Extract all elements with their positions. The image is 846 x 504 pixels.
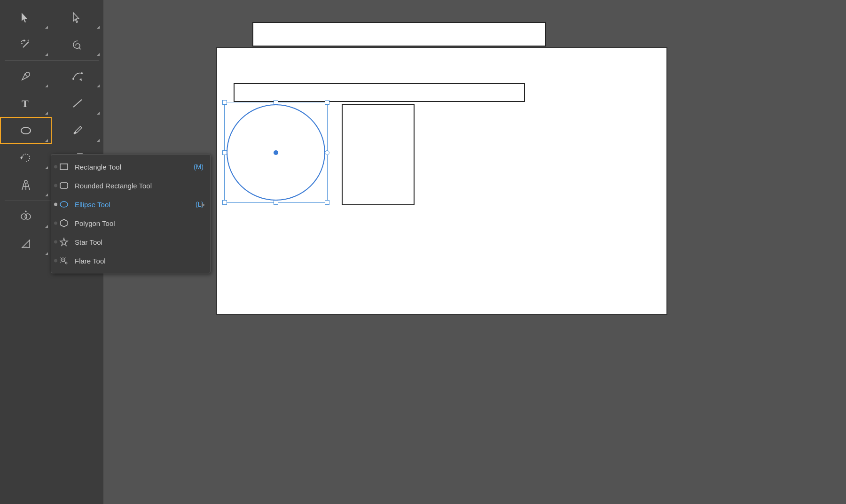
submenu-indicator bbox=[97, 53, 100, 56]
selection-tool-button[interactable] bbox=[0, 4, 52, 31]
ellipse-tool-label: Ellipse Tool bbox=[75, 201, 196, 209]
svg-marker-1 bbox=[73, 13, 79, 23]
submenu-indicator bbox=[45, 252, 48, 255]
submenu-indicator bbox=[45, 166, 48, 169]
ellipse-icon bbox=[58, 198, 70, 210]
svg-line-46 bbox=[60, 257, 61, 258]
rounded-rectangle-tool-menu-item[interactable]: Rounded Rectangle Tool bbox=[51, 176, 210, 195]
svg-line-5 bbox=[28, 40, 29, 41]
svg-text:✦: ✦ bbox=[22, 38, 26, 43]
svg-marker-41 bbox=[60, 238, 68, 246]
flare-tool-label: Flare Tool bbox=[75, 257, 204, 265]
handle-bottom-right[interactable] bbox=[325, 200, 329, 205]
curvature-tool-button[interactable] bbox=[52, 62, 103, 90]
paintbrush-tool-button[interactable] bbox=[52, 117, 103, 144]
submenu-indicator bbox=[45, 139, 48, 142]
handle-bottom-center[interactable] bbox=[274, 200, 278, 205]
rounded-rectangle-tool-label: Rounded Rectangle Tool bbox=[75, 182, 204, 190]
rectangle-tool-menu-item[interactable]: Rectangle Tool (M) bbox=[51, 157, 210, 176]
slice-tool-button[interactable]: ··· bbox=[0, 230, 52, 257]
ellipse-shape-selected[interactable] bbox=[224, 102, 328, 203]
svg-rect-38 bbox=[60, 183, 68, 188]
rounded-rectangle-icon bbox=[58, 179, 70, 192]
handle-bottom-left[interactable] bbox=[222, 200, 227, 205]
submenu-indicator bbox=[97, 112, 100, 115]
svg-rect-37 bbox=[60, 164, 68, 170]
star-tool-label: Star Tool bbox=[75, 238, 204, 246]
submenu-indicator bbox=[97, 85, 100, 87]
polygon-icon bbox=[58, 217, 70, 229]
svg-marker-15 bbox=[20, 156, 22, 160]
polygon-tool-label: Polygon Tool bbox=[75, 219, 204, 227]
flare-icon bbox=[58, 255, 70, 267]
ellipse-tool-menu-item[interactable]: Ellipse Tool (L) ▶ bbox=[51, 195, 210, 214]
line-tool-button[interactable] bbox=[52, 90, 103, 117]
ellipse-center-point bbox=[274, 150, 278, 155]
active-indicator bbox=[54, 184, 57, 187]
active-indicator bbox=[54, 222, 57, 225]
shape-tool-dropdown: Rectangle Tool (M) Rounded Rectangle Too… bbox=[51, 154, 211, 273]
submenu-indicator bbox=[97, 139, 100, 142]
star-tool-menu-item[interactable]: Star Tool bbox=[51, 233, 210, 251]
svg-line-47 bbox=[65, 257, 66, 258]
svg-point-10 bbox=[72, 78, 74, 80]
submenu-indicator bbox=[45, 26, 48, 29]
svg-line-45 bbox=[64, 261, 66, 263]
polygon-tool-menu-item[interactable]: Polygon Tool bbox=[51, 214, 210, 233]
rectangle-tool-label: Rectangle Tool bbox=[75, 163, 194, 171]
pen-tool-button[interactable] bbox=[0, 62, 52, 90]
active-indicator bbox=[54, 203, 57, 206]
shape-builder-tool-button[interactable] bbox=[0, 203, 52, 230]
svg-point-9 bbox=[24, 74, 26, 75]
submenu-indicator bbox=[45, 85, 48, 87]
svg-text:T: T bbox=[22, 98, 29, 109]
direct-selection-tool-button[interactable] bbox=[52, 4, 103, 31]
active-indicator bbox=[54, 240, 57, 244]
submenu-indicator bbox=[45, 112, 48, 115]
right-rectangle-shape bbox=[342, 104, 415, 205]
svg-point-14 bbox=[21, 127, 31, 134]
toolbar: ✦ bbox=[0, 0, 103, 504]
svg-marker-40 bbox=[61, 219, 67, 227]
submenu-indicator bbox=[45, 225, 48, 228]
artboard bbox=[216, 47, 667, 315]
svg-point-18 bbox=[24, 180, 27, 183]
star-icon bbox=[58, 236, 70, 248]
inner-bar-shape bbox=[234, 83, 525, 102]
svg-point-39 bbox=[60, 202, 68, 207]
handle-middle-right[interactable] bbox=[325, 150, 329, 155]
canvas-area[interactable] bbox=[103, 0, 846, 504]
shape-tool-button[interactable] bbox=[0, 117, 52, 144]
svg-point-43 bbox=[63, 259, 64, 261]
svg-point-22 bbox=[25, 214, 31, 219]
rectangle-icon bbox=[58, 161, 70, 173]
submenu-indicator bbox=[97, 26, 100, 29]
top-rectangle-shape bbox=[252, 22, 546, 47]
svg-text:···: ··· bbox=[24, 245, 27, 248]
active-indicator bbox=[54, 259, 57, 263]
type-tool-button[interactable]: T bbox=[0, 90, 52, 117]
handle-top-left[interactable] bbox=[222, 100, 227, 105]
lasso-tool-button[interactable] bbox=[52, 31, 103, 58]
ellipse-circle bbox=[227, 104, 325, 201]
handle-top-right[interactable] bbox=[325, 100, 329, 105]
svg-point-11 bbox=[81, 72, 83, 74]
submenu-arrow: ▶ bbox=[202, 202, 205, 207]
puppet-warp-tool-button[interactable] bbox=[0, 171, 52, 199]
toolbar-separator bbox=[5, 60, 99, 61]
svg-line-13 bbox=[73, 100, 82, 107]
rectangle-tool-shortcut: (M) bbox=[194, 163, 204, 171]
rotate-tool-button[interactable] bbox=[0, 144, 52, 171]
active-indicator bbox=[54, 165, 57, 169]
magic-wand-tool-button[interactable]: ✦ bbox=[0, 31, 52, 58]
flare-tool-menu-item[interactable]: Flare Tool bbox=[51, 251, 210, 270]
submenu-indicator bbox=[45, 194, 48, 196]
svg-line-48 bbox=[60, 262, 61, 263]
submenu-indicator bbox=[45, 53, 48, 56]
svg-marker-0 bbox=[22, 13, 27, 23]
